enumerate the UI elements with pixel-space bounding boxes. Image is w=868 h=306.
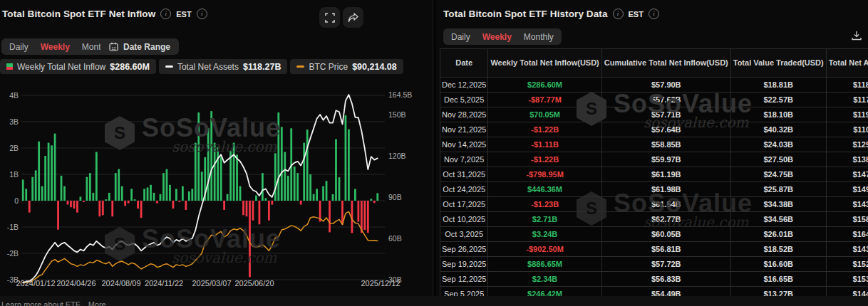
x-axis-tick: 2025/06/20 (234, 279, 274, 287)
legend-item-net-inflow[interactable]: Weekly Total Net Inflow $286.60M (0, 59, 156, 74)
total-value-traded-cell: $18.52B (730, 242, 826, 257)
tab-daily[interactable]: Daily (9, 42, 29, 52)
net-inflow-bar (111, 201, 113, 216)
net-inflow-bar (376, 193, 378, 201)
net-inflow-bar (29, 201, 31, 213)
net-inflow-bar (98, 201, 100, 216)
date-cell: Nov 7,2025 (440, 152, 488, 167)
left-axis-tick: 2B (0, 144, 19, 152)
total-value-traded-cell: $18.81B (730, 78, 826, 93)
tab-monthly[interactable]: Monthly (524, 32, 554, 42)
total-value-traded-cell: $16.65B (730, 272, 826, 287)
tab-weekly[interactable]: Weekly (41, 42, 70, 52)
date-range-button[interactable]: 12 Date Range (100, 38, 179, 55)
x-axis-tick: 2025/12/12 (361, 279, 400, 287)
net-inflow-bar (121, 186, 123, 201)
total-value-traded-cell: $24.75B (730, 167, 826, 182)
legend-value: $90,214.08 (352, 62, 397, 72)
x-axis-tick: 2024/04/26 (56, 279, 95, 287)
svg-text:12: 12 (111, 46, 115, 51)
info-icon[interactable]: i (197, 9, 207, 19)
total-value-traded-cell: $27.50B (730, 152, 826, 167)
orange-line-icon (296, 65, 304, 68)
learn-more-link[interactable]: Learn more about ETF，More (1, 298, 106, 306)
net-inflow-bar (80, 196, 82, 201)
net-inflow-bar (182, 186, 184, 201)
net-inflow-bar (22, 179, 24, 201)
net-inflow-bar (105, 199, 107, 201)
net-inflow-bar (300, 201, 302, 205)
right-interval-tabs: Daily Weekly Monthly (443, 28, 562, 45)
column-header: Date (440, 49, 488, 78)
total-net-assets-cell: $158.96B (826, 212, 868, 227)
legend-item-btc-price[interactable]: BTC Price $90,214.08 (290, 59, 403, 74)
date-cell: Sep 26,2025 (440, 242, 488, 257)
left-axis-tick: -1B (0, 223, 19, 231)
legend-label: Total Net Assets (177, 62, 239, 72)
column-header: Total Net Assets(USD) (826, 49, 868, 78)
net-inflow-bar (363, 201, 366, 230)
table-row: Oct 31,2025-$798.95M$61.19B$24.75B$147.7… (440, 167, 868, 182)
info-icon[interactable]: i (649, 9, 659, 19)
download-button[interactable] (851, 30, 862, 44)
btc-price-line (23, 211, 378, 283)
net-inflow-bar (246, 201, 248, 216)
weekly-net-inflow-cell: -$1.22B (488, 152, 601, 167)
net-inflow-bar (63, 186, 66, 201)
net-inflow-bar (339, 177, 341, 201)
net-inflow-bar (294, 167, 296, 201)
net-inflow-bar (128, 201, 130, 204)
net-inflow-bar (332, 194, 334, 201)
column-header: Cumulative Total Net Inflow(USD) (601, 49, 730, 78)
info-icon[interactable]: i (160, 9, 171, 19)
weekly-net-inflow-cell: -$902.50M (488, 242, 601, 257)
net-inflow-bar (370, 199, 372, 201)
net-inflow-bar (207, 128, 210, 201)
share-button[interactable] (343, 7, 363, 28)
history-data-panel: Total Bitcoin Spot ETF History Data i ES… (436, 0, 868, 296)
net-inflow-bar (277, 112, 279, 201)
date-cell: Sep 12,2025 (440, 272, 488, 287)
total-net-assets-cell: $152.31B (826, 257, 868, 272)
table-row: Dec 5,2025-$87.77M$57.62B$22.57B$117.11B (440, 93, 868, 107)
info-icon[interactable]: i (613, 9, 624, 19)
tab-weekly[interactable]: Weekly (482, 32, 512, 42)
total-value-traded-cell: $24.03B (730, 137, 826, 152)
date-cell: Dec 12,2025 (440, 78, 488, 93)
history-title: Total Bitcoin Spot ETF History Data (443, 9, 608, 19)
date-cell: Oct 17,2025 (440, 197, 488, 212)
cumulative-net-inflow-cell: $56.83B (601, 272, 730, 287)
net-inflow-bar (197, 112, 200, 201)
tab-daily[interactable]: Daily (451, 32, 470, 42)
weekly-net-inflow-cell: $886.65M (488, 257, 601, 272)
net-inflow-bar (35, 170, 37, 201)
legend-label: BTC Price (309, 62, 348, 72)
legend-label: Weekly Total Net Inflow (17, 62, 105, 72)
etf-net-inflow-chart[interactable]: 4B3B2B1B0-1B-2B-3B 164.5B150B120B90B60B3… (0, 77, 432, 290)
cumulative-net-inflow-cell: $57.90B (601, 78, 730, 93)
weekly-net-inflow-cell: -$87.77M (488, 93, 601, 107)
left-axis-tick: 4B (0, 91, 19, 100)
net-inflow-bar (249, 201, 251, 277)
date-range-label: Date Range (123, 42, 170, 52)
legend-item-net-assets[interactable]: Total Net Assets $118.27B (159, 59, 288, 74)
net-inflow-bar (162, 173, 165, 201)
net-inflow-bar (259, 201, 261, 224)
panel-divider (433, 0, 433, 296)
cumulative-net-inflow-cell: $57.72B (601, 257, 730, 272)
net-inflow-bar (306, 130, 309, 201)
download-icon (851, 30, 862, 41)
table-row: Dec 12,2025$286.60M$57.90B$18.81B$118.27… (440, 78, 868, 93)
net-inflow-bar (191, 189, 193, 201)
table-header-row: DateWeekly Total Net Inflow(USD)Cumulati… (440, 49, 868, 78)
date-cell: Sep 19,2025 (440, 257, 488, 272)
column-header: Weekly Total Net Inflow(USD) (488, 49, 601, 78)
table-row: Sep 26,2025-$902.50M$56.81B$18.52B$143.5… (440, 242, 868, 257)
total-value-traded-cell: $25.87B (730, 182, 826, 197)
net-inflow-bar (303, 143, 305, 201)
net-inflow-bar (326, 181, 328, 201)
net-inflow-bar (95, 152, 98, 201)
table-row: Oct 3,2025$3.24B$60.05B$26.01B$164.50B (440, 227, 868, 242)
fullscreen-button[interactable] (319, 7, 340, 28)
net-inflow-bar (115, 173, 117, 201)
